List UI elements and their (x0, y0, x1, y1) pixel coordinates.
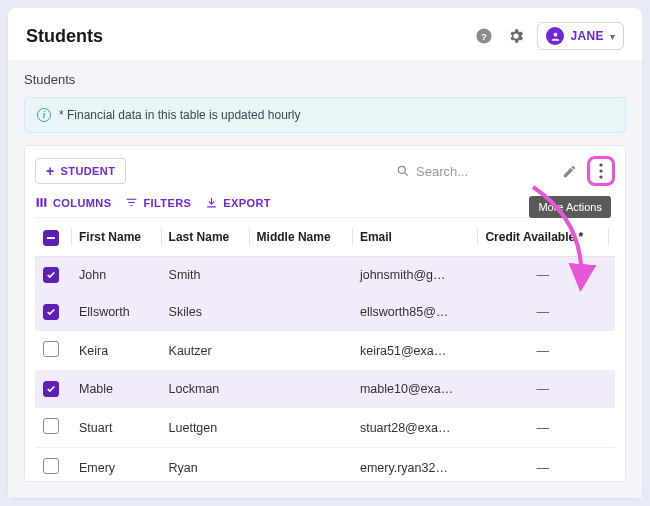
cell-email: emery.ryan32… (352, 448, 477, 482)
svg-rect-10 (40, 198, 42, 207)
row-checkbox[interactable] (43, 458, 59, 474)
filter-icon (125, 196, 138, 209)
page-title: Students (26, 26, 463, 47)
columns-button[interactable]: COLUMNS (35, 196, 111, 209)
col-middle-name[interactable]: Middle Name (249, 218, 352, 257)
cell-middle-name (249, 371, 352, 408)
cell-fees-ytd: — (608, 257, 615, 294)
main-card: Students ? JANE ▾ Students i * Financial… (8, 8, 642, 498)
columns-icon (35, 196, 48, 209)
cell-email: johnsmith@g… (352, 257, 477, 294)
svg-point-2 (554, 32, 558, 36)
cell-last-name: Smith (161, 257, 249, 294)
svg-point-8 (599, 175, 602, 178)
info-icon: i (37, 108, 51, 122)
cell-email: stuart28@exa… (352, 408, 477, 448)
cell-middle-name (249, 408, 352, 448)
add-button-label: STUDENT (61, 165, 116, 177)
svg-point-6 (599, 163, 602, 166)
gear-icon[interactable] (505, 25, 527, 47)
svg-text:?: ? (481, 31, 487, 42)
cell-first-name: John (71, 257, 161, 294)
table-row[interactable]: MableLockmanmable10@exa…—— (35, 371, 615, 408)
cell-middle-name (249, 448, 352, 482)
table-scroll[interactable]: First Name Last Name Middle Name Email C… (35, 217, 615, 481)
info-text: * Financial data in this table is update… (59, 108, 300, 122)
svg-point-4 (398, 166, 405, 173)
col-email[interactable]: Email (352, 218, 477, 257)
cell-first-name: Mable (71, 371, 161, 408)
cell-credit: — (477, 371, 608, 408)
row-checkbox[interactable] (43, 341, 59, 357)
students-table: First Name Last Name Middle Name Email C… (35, 218, 615, 481)
search-icon (396, 164, 410, 178)
search-input[interactable] (416, 164, 546, 179)
table-toolbar: COLUMNS FILTERS EXPORT (35, 196, 615, 209)
cell-fees-ytd: — (608, 448, 615, 482)
cell-credit: — (477, 294, 608, 331)
info-banner: i * Financial data in this table is upda… (24, 97, 626, 133)
col-credit-available[interactable]: Credit Available * (477, 218, 608, 257)
user-name: JANE (570, 29, 604, 43)
filters-button[interactable]: FILTERS (125, 196, 191, 209)
cell-middle-name (249, 331, 352, 371)
cell-fees-ytd: — (608, 371, 615, 408)
cell-email: keira51@exa… (352, 331, 477, 371)
cell-first-name: Stuart (71, 408, 161, 448)
row-checkbox[interactable] (43, 418, 59, 434)
col-first-name[interactable]: First Name (71, 218, 161, 257)
search (396, 164, 546, 179)
cell-credit: — (477, 331, 608, 371)
svg-rect-9 (37, 198, 39, 207)
cell-credit: — (477, 448, 608, 482)
row-checkbox[interactable] (43, 381, 59, 397)
toolbar-row: + STUDENT More Actions (35, 156, 615, 186)
svg-line-5 (405, 173, 408, 176)
help-icon[interactable]: ? (473, 25, 495, 47)
cell-first-name: Ellsworth (71, 294, 161, 331)
section-title: Students (24, 72, 626, 87)
export-icon (205, 196, 218, 209)
table-row[interactable]: StuartLuettgenstuart28@exa…—— (35, 408, 615, 448)
cell-last-name: Lockman (161, 371, 249, 408)
more-actions-button[interactable] (587, 156, 615, 186)
table-panel: + STUDENT More Actions (24, 145, 626, 482)
cell-last-name: Skiles (161, 294, 249, 331)
cell-last-name: Kautzer (161, 331, 249, 371)
top-bar: Students ? JANE ▾ (8, 8, 642, 60)
cell-credit: — (477, 257, 608, 294)
export-button[interactable]: EXPORT (205, 196, 271, 209)
cell-first-name: Keira (71, 331, 161, 371)
table-row[interactable]: KeiraKautzerkeira51@exa…—— (35, 331, 615, 371)
chevron-down-icon: ▾ (610, 31, 615, 42)
cell-middle-name (249, 257, 352, 294)
cell-email: ellsworth85@… (352, 294, 477, 331)
table-row[interactable]: JohnSmithjohnsmith@g…—— (35, 257, 615, 294)
cell-fees-ytd: — (608, 331, 615, 371)
cell-last-name: Luettgen (161, 408, 249, 448)
table-row[interactable]: EmeryRyanemery.ryan32…—— (35, 448, 615, 482)
plus-icon: + (46, 164, 55, 178)
cell-last-name: Ryan (161, 448, 249, 482)
cell-middle-name (249, 294, 352, 331)
col-last-name[interactable]: Last Name (161, 218, 249, 257)
table-row[interactable]: EllsworthSkilesellsworth85@…—— (35, 294, 615, 331)
cell-first-name: Emery (71, 448, 161, 482)
add-student-button[interactable]: + STUDENT (35, 158, 126, 184)
avatar (546, 27, 564, 45)
user-menu[interactable]: JANE ▾ (537, 22, 624, 50)
svg-point-7 (599, 169, 602, 172)
cell-email: mable10@exa… (352, 371, 477, 408)
section: Students i * Financial data in this tabl… (8, 60, 642, 498)
svg-rect-11 (44, 198, 46, 207)
col-fees-assigned-ytd[interactable]: Fees Assigned (YTD) * (608, 218, 615, 257)
table-header-row: First Name Last Name Middle Name Email C… (35, 218, 615, 257)
cell-fees-ytd: — (608, 294, 615, 331)
edit-icon[interactable] (562, 164, 577, 179)
cell-fees-ytd: — (608, 408, 615, 448)
row-checkbox[interactable] (43, 304, 59, 320)
more-actions-tooltip: More Actions (529, 196, 611, 218)
select-all-checkbox[interactable] (43, 230, 59, 246)
row-checkbox[interactable] (43, 267, 59, 283)
cell-credit: — (477, 408, 608, 448)
